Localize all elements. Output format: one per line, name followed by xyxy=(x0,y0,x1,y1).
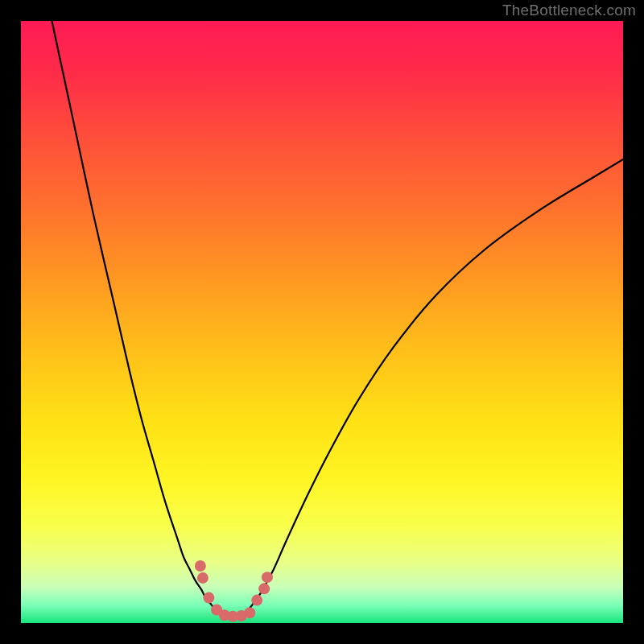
left-curve xyxy=(39,21,231,620)
marker-group xyxy=(195,560,273,622)
chart-frame: TheBottleneck.com xyxy=(0,0,644,644)
marker-point xyxy=(258,583,270,594)
plot-area xyxy=(21,21,623,623)
marker-point xyxy=(203,592,214,604)
marker-point xyxy=(195,560,206,572)
marker-point xyxy=(244,607,255,618)
marker-point xyxy=(197,572,208,584)
marker-point xyxy=(251,595,262,606)
marker-point xyxy=(262,572,273,583)
right-curve xyxy=(232,159,623,619)
curves-svg xyxy=(21,21,623,623)
watermark-text: TheBottleneck.com xyxy=(502,2,636,19)
